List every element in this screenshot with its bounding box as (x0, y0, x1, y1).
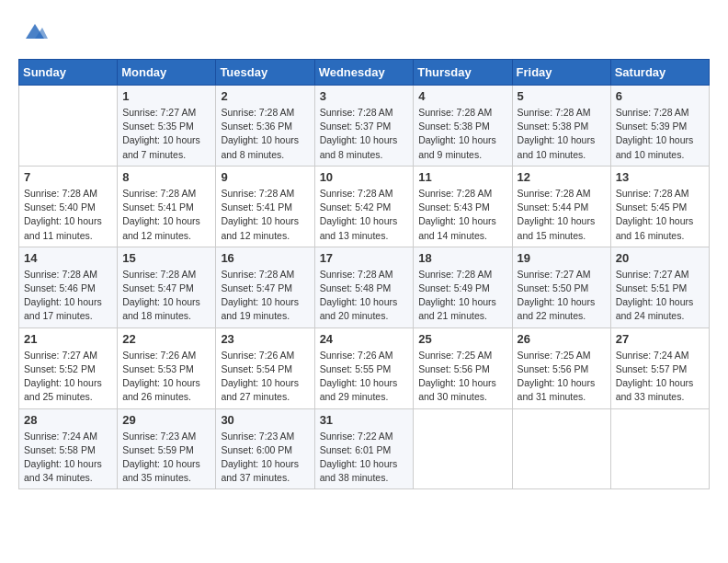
day-details: Sunrise: 7:28 AM Sunset: 5:39 PM Dayligh… (616, 106, 704, 162)
day-number: 26 (518, 332, 606, 346)
calendar-cell: 20Sunrise: 7:27 AM Sunset: 5:51 PM Dayli… (610, 247, 709, 327)
day-details: Sunrise: 7:28 AM Sunset: 5:49 PM Dayligh… (418, 268, 506, 324)
day-number: 23 (221, 332, 309, 346)
day-number: 30 (221, 413, 309, 427)
day-details: Sunrise: 7:23 AM Sunset: 5:59 PM Dayligh… (122, 430, 210, 486)
calendar-cell: 16Sunrise: 7:28 AM Sunset: 5:47 PM Dayli… (216, 247, 314, 327)
calendar-header: SundayMondayTuesdayWednesdayThursdayFrid… (19, 60, 710, 86)
day-number: 5 (518, 89, 606, 103)
calendar-cell: 2Sunrise: 7:28 AM Sunset: 5:36 PM Daylig… (216, 86, 314, 167)
day-number: 20 (616, 251, 704, 265)
calendar-cell: 17Sunrise: 7:28 AM Sunset: 5:48 PM Dayli… (314, 247, 414, 327)
day-details: Sunrise: 7:28 AM Sunset: 5:42 PM Dayligh… (320, 187, 409, 243)
page-header (18, 18, 710, 44)
day-number: 24 (320, 332, 409, 346)
calendar-cell: 25Sunrise: 7:25 AM Sunset: 5:56 PM Dayli… (414, 327, 512, 408)
calendar-cell: 29Sunrise: 7:23 AM Sunset: 5:59 PM Dayli… (118, 408, 216, 489)
logo (18, 18, 48, 44)
day-number: 27 (616, 332, 704, 346)
day-details: Sunrise: 7:27 AM Sunset: 5:51 PM Dayligh… (616, 268, 704, 324)
calendar-cell: 1Sunrise: 7:27 AM Sunset: 5:35 PM Daylig… (118, 86, 216, 167)
calendar-cell: 31Sunrise: 7:22 AM Sunset: 6:01 PM Dayli… (314, 408, 414, 489)
day-details: Sunrise: 7:28 AM Sunset: 5:47 PM Dayligh… (221, 268, 309, 324)
calendar-cell: 27Sunrise: 7:24 AM Sunset: 5:57 PM Dayli… (610, 327, 709, 408)
calendar-body: 1Sunrise: 7:27 AM Sunset: 5:35 PM Daylig… (19, 86, 710, 489)
day-number: 13 (616, 170, 704, 184)
day-details: Sunrise: 7:28 AM Sunset: 5:48 PM Dayligh… (320, 268, 409, 324)
calendar-cell: 24Sunrise: 7:26 AM Sunset: 5:55 PM Dayli… (314, 327, 414, 408)
calendar-cell: 23Sunrise: 7:26 AM Sunset: 5:54 PM Dayli… (216, 327, 314, 408)
day-details: Sunrise: 7:27 AM Sunset: 5:35 PM Dayligh… (122, 106, 210, 162)
calendar-cell: 18Sunrise: 7:28 AM Sunset: 5:49 PM Dayli… (414, 247, 512, 327)
day-details: Sunrise: 7:28 AM Sunset: 5:43 PM Dayligh… (418, 187, 506, 243)
calendar-cell: 15Sunrise: 7:28 AM Sunset: 5:47 PM Dayli… (118, 247, 216, 327)
day-number: 31 (320, 413, 409, 427)
day-details: Sunrise: 7:28 AM Sunset: 5:40 PM Dayligh… (24, 187, 112, 243)
week-row-3: 14Sunrise: 7:28 AM Sunset: 5:46 PM Dayli… (19, 247, 710, 327)
calendar-cell: 10Sunrise: 7:28 AM Sunset: 5:42 PM Dayli… (314, 166, 414, 247)
header-friday: Friday (512, 60, 610, 86)
day-number: 17 (320, 251, 409, 265)
week-row-2: 7Sunrise: 7:28 AM Sunset: 5:40 PM Daylig… (19, 166, 710, 247)
day-details: Sunrise: 7:24 AM Sunset: 5:58 PM Dayligh… (24, 430, 112, 486)
day-number: 25 (418, 332, 506, 346)
calendar-cell: 6Sunrise: 7:28 AM Sunset: 5:39 PM Daylig… (610, 86, 709, 167)
calendar-cell: 8Sunrise: 7:28 AM Sunset: 5:41 PM Daylig… (118, 166, 216, 247)
header-thursday: Thursday (414, 60, 512, 86)
calendar-cell: 30Sunrise: 7:23 AM Sunset: 6:00 PM Dayli… (216, 408, 314, 489)
calendar-cell: 7Sunrise: 7:28 AM Sunset: 5:40 PM Daylig… (19, 166, 118, 247)
header-monday: Monday (118, 60, 216, 86)
header-saturday: Saturday (610, 60, 709, 86)
day-number: 18 (418, 251, 506, 265)
day-number: 4 (418, 89, 506, 103)
week-row-4: 21Sunrise: 7:27 AM Sunset: 5:52 PM Dayli… (19, 327, 710, 408)
header-tuesday: Tuesday (216, 60, 314, 86)
day-number: 9 (221, 170, 309, 184)
day-number: 10 (320, 170, 409, 184)
day-number: 11 (418, 170, 506, 184)
day-number: 29 (122, 413, 210, 427)
day-number: 1 (122, 89, 210, 103)
day-details: Sunrise: 7:26 AM Sunset: 5:55 PM Dayligh… (320, 349, 409, 405)
calendar-cell: 12Sunrise: 7:28 AM Sunset: 5:44 PM Dayli… (512, 166, 610, 247)
calendar-cell: 5Sunrise: 7:28 AM Sunset: 5:38 PM Daylig… (512, 86, 610, 167)
calendar-cell: 26Sunrise: 7:25 AM Sunset: 5:56 PM Dayli… (512, 327, 610, 408)
calendar-cell: 4Sunrise: 7:28 AM Sunset: 5:38 PM Daylig… (414, 86, 512, 167)
calendar-cell (19, 86, 118, 167)
calendar-cell: 22Sunrise: 7:26 AM Sunset: 5:53 PM Dayli… (118, 327, 216, 408)
day-details: Sunrise: 7:28 AM Sunset: 5:45 PM Dayligh… (616, 187, 704, 243)
week-row-5: 28Sunrise: 7:24 AM Sunset: 5:58 PM Dayli… (19, 408, 710, 489)
day-number: 22 (122, 332, 210, 346)
day-details: Sunrise: 7:28 AM Sunset: 5:38 PM Dayligh… (518, 106, 606, 162)
day-number: 6 (616, 89, 704, 103)
calendar-cell (414, 408, 512, 489)
day-details: Sunrise: 7:27 AM Sunset: 5:52 PM Dayligh… (24, 349, 112, 405)
header-wednesday: Wednesday (314, 60, 414, 86)
day-details: Sunrise: 7:24 AM Sunset: 5:57 PM Dayligh… (616, 349, 704, 405)
day-details: Sunrise: 7:28 AM Sunset: 5:37 PM Dayligh… (320, 106, 409, 162)
day-number: 21 (24, 332, 112, 346)
day-details: Sunrise: 7:26 AM Sunset: 5:53 PM Dayligh… (122, 349, 210, 405)
calendar-cell: 28Sunrise: 7:24 AM Sunset: 5:58 PM Dayli… (19, 408, 118, 489)
calendar-cell: 9Sunrise: 7:28 AM Sunset: 5:41 PM Daylig… (216, 166, 314, 247)
day-details: Sunrise: 7:25 AM Sunset: 5:56 PM Dayligh… (418, 349, 506, 405)
day-number: 12 (518, 170, 606, 184)
header-sunday: Sunday (19, 60, 118, 86)
calendar-cell (610, 408, 709, 489)
calendar-cell: 13Sunrise: 7:28 AM Sunset: 5:45 PM Dayli… (610, 166, 709, 247)
day-number: 15 (122, 251, 210, 265)
day-details: Sunrise: 7:28 AM Sunset: 5:47 PM Dayligh… (122, 268, 210, 324)
day-number: 7 (24, 170, 112, 184)
calendar-table: SundayMondayTuesdayWednesdayThursdayFrid… (18, 59, 710, 489)
day-number: 14 (24, 251, 112, 265)
day-number: 3 (320, 89, 409, 103)
day-details: Sunrise: 7:28 AM Sunset: 5:36 PM Dayligh… (221, 106, 309, 162)
day-details: Sunrise: 7:23 AM Sunset: 6:00 PM Dayligh… (221, 430, 309, 486)
header-row: SundayMondayTuesdayWednesdayThursdayFrid… (19, 60, 710, 86)
day-number: 28 (24, 413, 112, 427)
day-details: Sunrise: 7:28 AM Sunset: 5:41 PM Dayligh… (122, 187, 210, 243)
day-details: Sunrise: 7:25 AM Sunset: 5:56 PM Dayligh… (518, 349, 606, 405)
calendar-cell: 19Sunrise: 7:27 AM Sunset: 5:50 PM Dayli… (512, 247, 610, 327)
calendar-cell: 11Sunrise: 7:28 AM Sunset: 5:43 PM Dayli… (414, 166, 512, 247)
day-number: 16 (221, 251, 309, 265)
